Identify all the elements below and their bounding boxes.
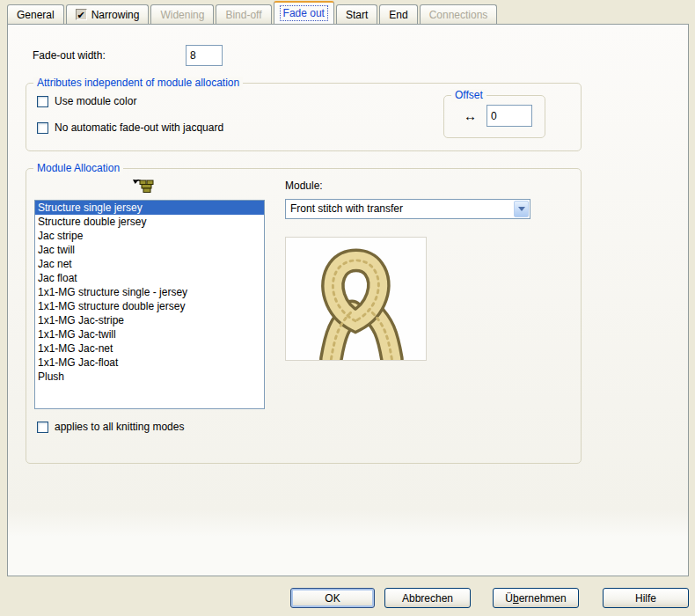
knit-stitch-drawing	[286, 238, 426, 360]
fade-out-tab-page: Fade-out width: Attributes independent o…	[7, 24, 689, 576]
applies-all-modes-checkbox[interactable]	[37, 422, 48, 433]
module-bricks-icon	[132, 176, 157, 194]
tab-narrowing[interactable]: ✔ Narrowing	[66, 4, 150, 24]
tab-fade-out-label: Fade out	[280, 5, 328, 21]
stitch-settings-dialog: General ✔ Narrowing Widening Bind-off Fa…	[0, 0, 695, 616]
list-item[interactable]: 1x1-MG Jac-twill	[35, 327, 264, 341]
apply-label-post: ernehmen	[519, 592, 567, 605]
list-item[interactable]: Structure double jersey	[35, 215, 264, 229]
list-item[interactable]: 1x1-MG Jac-stripe	[35, 313, 264, 327]
tab-end[interactable]: End	[379, 4, 417, 24]
offset-group: Offset ↔	[443, 95, 545, 138]
module-preview-image	[285, 237, 427, 361]
list-item[interactable]: Plush	[35, 370, 264, 384]
apply-label-pre: Ü	[505, 592, 513, 605]
fade-out-width-input[interactable]	[186, 45, 223, 66]
attributes-group-title: Attributes independent of module allocat…	[33, 77, 243, 90]
checkmark-icon: ✔	[76, 9, 87, 20]
no-auto-fadeout-checkbox[interactable]	[37, 122, 48, 134]
cancel-button[interactable]: Abbrechen	[384, 588, 471, 608]
use-module-color-label: Use module color	[55, 95, 136, 107]
combo-dropdown-button[interactable]	[514, 201, 529, 217]
list-item[interactable]: 1x1-MG Jac-net	[35, 341, 264, 356]
ok-button[interactable]: OK	[290, 588, 375, 608]
fade-out-width-label: Fade-out width:	[33, 49, 106, 62]
applies-all-modes-label: applies to all knitting modes	[55, 421, 184, 433]
list-item[interactable]: Jac float	[35, 271, 264, 285]
tab-connections: Connections	[420, 4, 498, 24]
help-button[interactable]: Hilfe	[603, 588, 689, 608]
tab-fade-out[interactable]: Fade out	[274, 1, 334, 24]
list-item[interactable]: Jac net	[35, 257, 264, 271]
tab-bind-off: Bind-off	[216, 4, 271, 24]
list-item[interactable]: Structure single jersey	[35, 201, 264, 215]
module-allocation-group-title: Module Allocation	[33, 162, 123, 175]
chevron-down-icon	[518, 207, 525, 211]
apply-label-accel: b	[513, 592, 519, 605]
offset-input[interactable]	[486, 105, 532, 127]
tab-general[interactable]: General	[7, 4, 64, 24]
module-combobox[interactable]: Front stitch with transfer	[285, 199, 530, 219]
attributes-group: Attributes independent of module allocat…	[26, 83, 582, 151]
tab-narrowing-label: Narrowing	[91, 9, 140, 21]
tab-bar: General ✔ Narrowing Widening Bind-off Fa…	[7, 4, 499, 24]
tab-widening: Widening	[150, 4, 214, 24]
no-auto-fadeout-label: No automatic fade-out with jacquard	[55, 121, 223, 134]
apply-button[interactable]: Übernehmen	[493, 588, 579, 608]
list-item[interactable]: Jac twill	[35, 243, 264, 257]
list-item[interactable]: Jac stripe	[35, 229, 264, 243]
module-allocation-group: Module Allocation Structure single jerse…	[26, 168, 582, 464]
list-item[interactable]: 1x1-MG Jac-float	[35, 356, 264, 370]
list-item[interactable]: 1x1-MG structure double jersey	[35, 299, 264, 313]
module-label: Module:	[285, 180, 323, 192]
left-right-arrow-icon: ↔	[464, 110, 477, 122]
module-list[interactable]: Structure single jerseyStructure double …	[34, 200, 265, 409]
offset-group-title: Offset	[451, 89, 486, 102]
module-combobox-value: Front stitch with transfer	[290, 202, 403, 215]
tab-start[interactable]: Start	[336, 4, 377, 24]
list-item[interactable]: 1x1-MG structure single - jersey	[35, 285, 264, 299]
use-module-color-checkbox[interactable]	[37, 96, 48, 107]
